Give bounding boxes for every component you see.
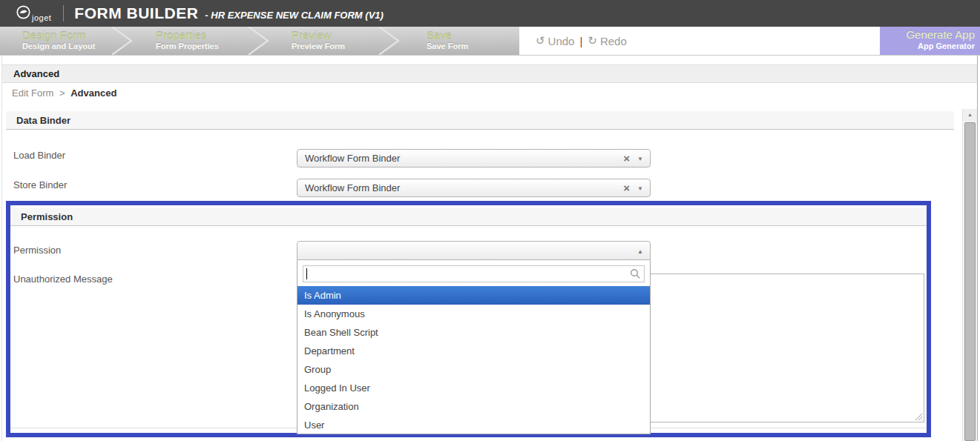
step-sublabel: Save Form (427, 42, 468, 51)
undo-button[interactable]: ↺ Undo (536, 34, 574, 47)
tab-properties[interactable]: Properties Form Properties (156, 29, 219, 51)
step-label: Preview (292, 29, 345, 42)
permission-highlight-box: Permission Permission Unauthorized Messa… (6, 201, 931, 437)
chevron-separator-icon (108, 27, 135, 55)
tab-save[interactable]: Save Save Form (427, 29, 468, 51)
tab-preview[interactable]: Preview Preview Form (292, 29, 345, 51)
dropdown-option-is-admin[interactable]: Is Admin (297, 286, 650, 305)
store-binder-value: Workflow Form Binder (305, 182, 400, 193)
undo-redo-bar: ↺ Undo | ↻ Redo (519, 27, 880, 55)
step-label: Properties (156, 29, 219, 42)
breadcrumb-edit-form-link[interactable]: Edit Form (12, 87, 53, 99)
chevron-separator-icon (245, 27, 272, 55)
permission-section-title: Permission (21, 211, 73, 222)
permission-section-header: Permission (10, 208, 927, 226)
dropdown-search-wrap (303, 265, 645, 282)
generate-app-label: Generate App (880, 28, 975, 42)
chevron-up-icon[interactable]: ▲ (637, 248, 643, 255)
step-label: Save (427, 29, 468, 42)
permission-label: Permission (13, 245, 61, 256)
resize-grip-icon[interactable] (914, 412, 923, 421)
form-name-subtitle: - HR EXPENSE NEW CLAIM FORM (V1) (205, 10, 384, 21)
breadcrumb-separator: > (59, 87, 65, 99)
load-binder-label: Load Binder (13, 150, 65, 161)
tab-design-form[interactable]: Design Form Design and Layout (22, 29, 95, 51)
page-title: Advanced (13, 68, 59, 79)
undo-icon: ↺ (536, 34, 545, 47)
undo-label: Undo (548, 35, 575, 47)
clear-icon[interactable]: × (623, 182, 630, 195)
undo-redo-divider: | (579, 35, 582, 47)
dropdown-option-list: Is Admin Is Anonymous Bean Shell Script … (297, 286, 650, 434)
content-right-edge (977, 56, 978, 441)
dropdown-option-user[interactable]: User (297, 416, 650, 434)
dropdown-option-department[interactable]: Department (297, 342, 650, 360)
scrollbar-thumb[interactable] (964, 122, 976, 441)
top-bar: joget FORM BUILDER - HR EXPENSE NEW CLAI… (0, 0, 980, 27)
steps-strip: Design Form Design and Layout Properties… (0, 27, 519, 55)
joget-logo-text: joget (32, 13, 51, 22)
permission-select[interactable]: ▲ (297, 241, 651, 260)
search-icon (630, 268, 641, 279)
step-label: Design Form (22, 29, 95, 42)
generate-app-sublabel: App Generator (880, 42, 975, 51)
data-binder-section-header: Data Binder (6, 111, 954, 130)
scrollbar-up-arrow[interactable]: ▲ (963, 109, 977, 122)
dropdown-search-input[interactable] (303, 265, 645, 282)
generate-app-button[interactable]: Generate App App Generator (880, 27, 980, 55)
step-sublabel: Design and Layout (22, 42, 95, 51)
advanced-title-bar: Advanced (2, 64, 977, 83)
chevron-down-icon[interactable]: ▼ (637, 185, 643, 192)
vertical-scrollbar[interactable]: ▲ (962, 109, 977, 441)
chevron-separator-icon (375, 27, 402, 55)
unauthorized-message-label: Unauthorized Message (13, 273, 113, 285)
permission-dropdown-panel: Is Admin Is Anonymous Bean Shell Script … (297, 260, 651, 434)
store-binder-label: Store Binder (13, 179, 67, 190)
text-caret (306, 268, 307, 279)
redo-label: Redo (600, 35, 627, 47)
redo-button[interactable]: ↻ Redo (588, 34, 626, 47)
clear-icon[interactable]: × (623, 152, 630, 165)
joget-logo: joget (16, 5, 51, 22)
redo-icon: ↻ (588, 34, 597, 47)
store-binder-select[interactable]: Workflow Form Binder × ▼ (297, 179, 651, 197)
breadcrumb-current: Advanced (70, 87, 116, 99)
load-binder-value: Workflow Form Binder (305, 153, 400, 164)
dropdown-option-logged-in-user[interactable]: Logged In User (297, 379, 650, 397)
load-binder-select[interactable]: Workflow Form Binder × ▼ (297, 149, 651, 168)
title-divider (63, 5, 64, 21)
joget-logo-icon (16, 5, 30, 19)
step-sublabel: Form Properties (156, 42, 219, 51)
dropdown-option-is-anonymous[interactable]: Is Anonymous (297, 305, 650, 323)
content-left-edge (1, 56, 2, 441)
dropdown-option-group[interactable]: Group (297, 360, 650, 379)
step-sublabel: Preview Form (292, 42, 345, 51)
app-title: FORM BUILDER (74, 4, 198, 22)
form-builder-screen: joget FORM BUILDER - HR EXPENSE NEW CLAI… (0, 0, 980, 441)
dropdown-option-organization[interactable]: Organization (297, 397, 650, 416)
chevron-down-icon[interactable]: ▼ (637, 156, 643, 162)
breadcrumb: Edit Form > Advanced (12, 87, 116, 99)
step-nav: Design Form Design and Layout Properties… (0, 27, 980, 56)
dropdown-option-bean-shell-script[interactable]: Bean Shell Script (297, 323, 650, 342)
data-binder-title: Data Binder (16, 115, 70, 126)
